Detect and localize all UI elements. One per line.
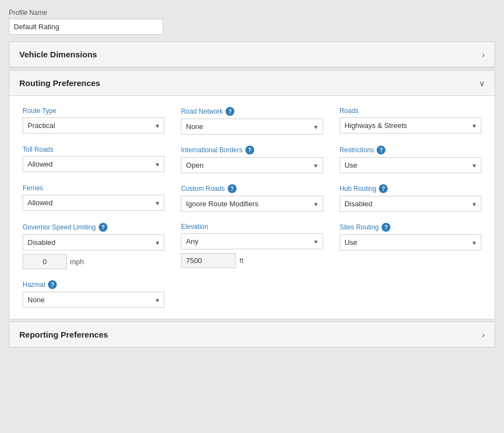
elevation-select-wrapper[interactable]: Any Below Above (181, 233, 323, 249)
restrictions-select-wrapper[interactable]: Use Ignore (340, 157, 481, 173)
vehicle-dimensions-title: Vehicle Dimensions (19, 50, 97, 59)
road-network-select[interactable]: None Local Highway (181, 119, 323, 135)
vehicle-dimensions-chevron: › (482, 50, 485, 59)
restrictions-help-icon[interactable]: ? (377, 146, 385, 154)
toll-roads-select[interactable]: Allowed Prohibited Avoided (23, 156, 164, 172)
routing-preferences-chevron: ∨ (479, 79, 485, 88)
hub-routing-help-icon[interactable]: ? (379, 184, 388, 193)
speed-unit-label: mph (70, 258, 84, 266)
routing-preferences-panel: Routing Preferences ∨ Route Type Practic… (9, 70, 495, 319)
elevation-unit-label: ft (239, 256, 243, 265)
elevation-select[interactable]: Any Below Above (181, 233, 323, 249)
routing-preferences-body: Route Type Practical Shortest Fastest Ro… (9, 96, 495, 319)
sites-routing-help-icon[interactable]: ? (382, 223, 390, 232)
vehicle-dimensions-panel: Vehicle Dimensions › (9, 41, 495, 68)
hazmat-help-icon[interactable]: ? (48, 280, 57, 289)
routing-preferences-title: Routing Preferences (19, 78, 100, 88)
road-network-label: Road Network ? (181, 107, 323, 116)
hub-routing-select-wrapper[interactable]: Disabled Enabled (340, 196, 481, 212)
profile-name-label: Profile Name (9, 9, 495, 17)
toll-roads-select-wrapper[interactable]: Allowed Prohibited Avoided (23, 156, 164, 172)
restrictions-field: Restrictions ? Use Ignore (340, 146, 481, 173)
route-type-label: Route Type (23, 107, 164, 115)
restrictions-select[interactable]: Use Ignore (340, 157, 481, 173)
sites-routing-select-wrapper[interactable]: Use Ignore (340, 234, 481, 250)
elevation-value-input[interactable] (181, 253, 236, 268)
governor-speed-select[interactable]: Disabled Enabled (23, 234, 164, 250)
international-borders-select[interactable]: Open Closed (181, 157, 323, 173)
hazmat-field: Hazmat ? None General Explosive Flammabl… (23, 280, 164, 308)
custom-roads-field: Custom Roads ? Ignore Route Modifiers Us… (181, 184, 323, 212)
custom-roads-select[interactable]: Ignore Route Modifiers Use Route Modifie… (181, 196, 323, 212)
sites-routing-select[interactable]: Use Ignore (340, 234, 481, 250)
vehicle-dimensions-header[interactable]: Vehicle Dimensions › (9, 42, 495, 67)
elevation-subfield: ft (181, 253, 323, 268)
routing-preferences-header[interactable]: Routing Preferences ∨ (9, 71, 495, 96)
speed-subfield: mph (23, 254, 164, 269)
road-network-field: Road Network ? None Local Highway (181, 107, 323, 135)
ferries-label: Ferries (23, 184, 164, 192)
sites-routing-field: Sites Routing ? Use Ignore (340, 223, 481, 269)
toll-roads-field: Toll Roads Allowed Prohibited Avoided (23, 146, 164, 173)
hub-routing-field: Hub Routing ? Disabled Enabled (340, 184, 481, 212)
hazmat-label: Hazmat ? (23, 280, 164, 289)
governor-speed-help-icon[interactable]: ? (99, 223, 108, 232)
reporting-preferences-chevron: › (482, 330, 485, 339)
route-type-select[interactable]: Practical Shortest Fastest (23, 117, 164, 133)
international-borders-help-icon[interactable]: ? (245, 146, 254, 154)
hub-routing-label: Hub Routing ? (340, 184, 481, 193)
roads-label: Roads (340, 107, 481, 115)
profile-section: Profile Name (9, 9, 495, 35)
custom-roads-help-icon[interactable]: ? (228, 184, 237, 193)
restrictions-label: Restrictions ? (340, 146, 481, 154)
road-network-select-wrapper[interactable]: None Local Highway (181, 119, 323, 135)
hub-routing-select[interactable]: Disabled Enabled (340, 196, 481, 212)
roads-select-wrapper[interactable]: Highways & Streets Highways Only Streets… (340, 117, 481, 133)
road-network-help-icon[interactable]: ? (226, 107, 234, 116)
international-borders-select-wrapper[interactable]: Open Closed (181, 157, 323, 173)
governor-speed-select-wrapper[interactable]: Disabled Enabled (23, 234, 164, 250)
reporting-preferences-header[interactable]: Reporting Preferences › (9, 322, 495, 347)
governor-speed-label: Governor Speed Limiting ? (23, 223, 164, 232)
ferries-select-wrapper[interactable]: Allowed Prohibited Avoided (23, 195, 164, 211)
routing-form-grid: Route Type Practical Shortest Fastest Ro… (23, 107, 481, 308)
elevation-field: Elevation Any Below Above ft (181, 223, 323, 269)
roads-field: Roads Highways & Streets Highways Only S… (340, 107, 481, 135)
hazmat-select[interactable]: None General Explosive Flammable Inhalan… (23, 292, 164, 308)
profile-name-input[interactable] (9, 19, 163, 35)
custom-roads-select-wrapper[interactable]: Ignore Route Modifiers Use Route Modifie… (181, 196, 323, 212)
reporting-preferences-panel: Reporting Preferences › (9, 322, 495, 348)
toll-roads-label: Toll Roads (23, 146, 164, 153)
hazmat-select-wrapper[interactable]: None General Explosive Flammable Inhalan… (23, 292, 164, 308)
governor-speed-field: Governor Speed Limiting ? Disabled Enabl… (23, 223, 164, 269)
custom-roads-label: Custom Roads ? (181, 184, 323, 193)
elevation-label: Elevation (181, 223, 323, 231)
international-borders-label: International Borders ? (181, 146, 323, 154)
ferries-field: Ferries Allowed Prohibited Avoided (23, 184, 164, 212)
route-type-field: Route Type Practical Shortest Fastest (23, 107, 164, 135)
page-container: Profile Name Vehicle Dimensions › Routin… (0, 0, 504, 433)
sites-routing-label: Sites Routing ? (340, 223, 481, 232)
speed-value-input[interactable] (23, 254, 67, 269)
ferries-select[interactable]: Allowed Prohibited Avoided (23, 195, 164, 211)
international-borders-field: International Borders ? Open Closed (181, 146, 323, 173)
roads-select[interactable]: Highways & Streets Highways Only Streets… (340, 117, 481, 133)
reporting-preferences-title: Reporting Preferences (19, 330, 108, 339)
route-type-select-wrapper[interactable]: Practical Shortest Fastest (23, 117, 164, 133)
